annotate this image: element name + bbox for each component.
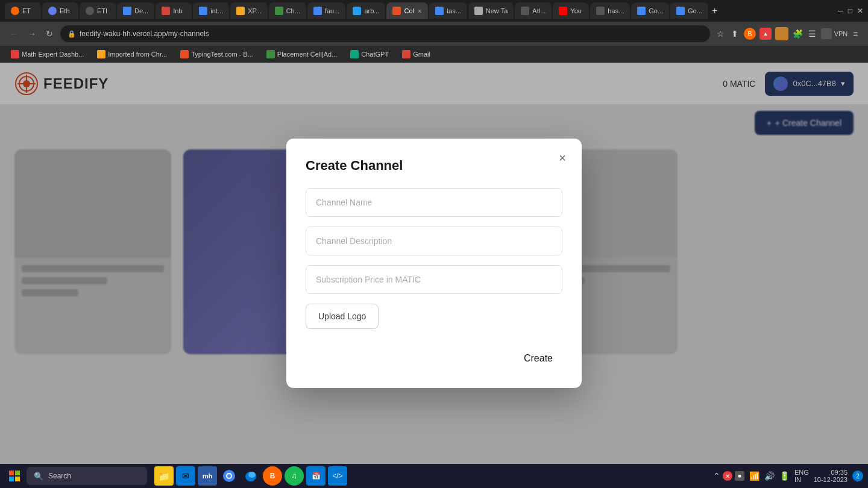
- tab-favicon: [162, 7, 170, 15]
- network-icon[interactable]: 📶: [749, 471, 760, 481]
- taskbar-app-edge[interactable]: [241, 466, 260, 486]
- bookmark-favicon: [266, 50, 275, 58]
- tab-int[interactable]: int...: [193, 2, 229, 19]
- close-window-icon[interactable]: ✕: [857, 7, 863, 15]
- tab-go1[interactable]: Go...: [631, 2, 669, 19]
- tab-has[interactable]: has...: [590, 2, 630, 19]
- clock: 09:35 10-12-2023: [814, 469, 848, 483]
- start-button[interactable]: [5, 466, 24, 486]
- taskbar-app-explorer[interactable]: 📁: [154, 466, 174, 486]
- tab-go2[interactable]: Go...: [670, 2, 708, 19]
- tab-favicon: [48, 7, 57, 15]
- bookmark-math[interactable]: Math Expert Dashb...: [6, 49, 89, 60]
- chevron-up-icon[interactable]: ⌃: [713, 471, 720, 481]
- bookmark-imported[interactable]: Imported from Chr...: [92, 49, 172, 60]
- nav-bar: ← → ↻ 🔒 feedify-waku-hh.vercel.app/my-ch…: [0, 22, 868, 46]
- tab-newtab[interactable]: New Ta: [468, 2, 514, 19]
- minimize-icon[interactable]: ─: [838, 7, 843, 15]
- edge-icon: [244, 469, 257, 483]
- taskbar-right: ⌃ ✕ ■ 📶 🔊 🔋 ENGIN 09:35 10-12-2023 2: [713, 469, 863, 483]
- tab-col[interactable]: Col ✕: [386, 2, 428, 19]
- search-label: Search: [48, 472, 71, 480]
- tab-fau[interactable]: fau...: [307, 2, 345, 19]
- taskbar-search[interactable]: 🔍 Search: [27, 467, 147, 485]
- lock-icon: 🔒: [68, 30, 76, 38]
- modal-footer: Create: [306, 348, 562, 369]
- modal-overlay: Create Channel × Upload Logo Create: [0, 63, 868, 464]
- taskbar-apps: 📁 ✉ mh B ♫: [154, 466, 347, 486]
- tab-favicon: [353, 7, 361, 15]
- address-bar[interactable]: 🔒 feedify-waku-hh.vercel.app/my-channels: [60, 25, 710, 42]
- bookmark-chatgpt[interactable]: ChatGPT: [345, 49, 394, 60]
- subscription-price-input[interactable]: [306, 265, 562, 294]
- new-tab-button[interactable]: +: [712, 5, 717, 16]
- taskbar-app-mail[interactable]: ✉: [176, 466, 195, 486]
- tab-bar: ET Eth ETI De... Inb int... XP... Ch...: [0, 0, 868, 22]
- create-channel-modal: Create Channel × Upload Logo Create: [286, 139, 582, 388]
- svg-rect-8: [15, 477, 20, 481]
- bookmark-favicon: [402, 50, 410, 58]
- bookmark-favicon: [180, 50, 189, 58]
- bookmark-gmail[interactable]: Gmail: [397, 49, 435, 60]
- tab-de[interactable]: De...: [117, 2, 154, 19]
- tab-favicon: [392, 7, 401, 15]
- url-text: feedify-waku-hh.vercel.app/my-channels: [80, 30, 703, 38]
- nav-right-icons: ☆ ⬆ B ▲ 🧩 ☰ VPN ≡: [715, 27, 861, 40]
- tab-favicon: [86, 7, 94, 15]
- time-display: 09:35: [814, 469, 848, 476]
- bookmark-placement[interactable]: Placement Cell|Ad...: [262, 49, 342, 60]
- spotify-icon: ♫: [292, 472, 297, 480]
- bookmarks-bar: Math Expert Dashb... Imported from Chr..…: [0, 46, 868, 63]
- taskbar-app-brave[interactable]: B: [263, 466, 282, 486]
- taskbar: 🔍 Search 📁 ✉ mh: [0, 464, 868, 488]
- taskbar-app-spotify[interactable]: ♫: [285, 466, 304, 486]
- mhvp-icon: mh: [203, 472, 213, 480]
- tab-favicon: [521, 7, 529, 15]
- bookmark-favicon: [350, 50, 359, 58]
- sidebar-icon[interactable]: ☰: [807, 28, 817, 39]
- tab-you[interactable]: You: [553, 2, 589, 19]
- tab-eth1[interactable]: Eth: [42, 2, 78, 19]
- tab-atl[interactable]: Atl...: [515, 2, 552, 19]
- channel-name-input[interactable]: [306, 188, 562, 217]
- window-controls[interactable]: ─ □ ✕: [838, 7, 863, 15]
- notification-badge[interactable]: 2: [852, 471, 863, 481]
- brave-icon: B: [744, 28, 756, 40]
- bookmark-icon[interactable]: ☆: [715, 28, 726, 39]
- brave-taskbar-icon: B: [270, 472, 275, 480]
- tab-eti[interactable]: ETI: [80, 2, 116, 19]
- tab-ch[interactable]: Ch...: [269, 2, 306, 19]
- bookmark-typing[interactable]: TypingTest.com - B...: [175, 49, 258, 60]
- taskbar-app-calendar[interactable]: 📅: [306, 466, 326, 486]
- share-icon[interactable]: ⬆: [729, 28, 740, 39]
- tab-favicon: [474, 7, 483, 15]
- menu-icon[interactable]: ≡: [850, 28, 861, 39]
- extensions-icon[interactable]: 🧩: [792, 28, 803, 39]
- screenshot-icon: [821, 28, 832, 39]
- tab-favicon: [313, 7, 322, 15]
- bookmark-favicon: [97, 50, 105, 58]
- taskbar-app-vscode[interactable]: </>: [328, 466, 347, 486]
- taskbar-app-chrome[interactable]: [219, 466, 239, 486]
- volume-icon[interactable]: 🔊: [764, 471, 775, 481]
- mail-icon: ✉: [182, 471, 189, 481]
- tab-favicon: [559, 7, 567, 15]
- modal-close-button[interactable]: ×: [553, 148, 572, 167]
- maximize-icon[interactable]: □: [848, 7, 852, 15]
- reload-button[interactable]: ↻: [43, 27, 55, 41]
- back-button[interactable]: ←: [7, 27, 20, 41]
- tab-et[interactable]: ET: [5, 2, 41, 19]
- tab-inb[interactable]: Inb: [156, 2, 192, 19]
- forward-button[interactable]: →: [25, 27, 39, 41]
- taskbar-app-mhvp[interactable]: mh: [198, 466, 217, 486]
- svg-point-11: [227, 474, 231, 478]
- vpn-label[interactable]: VPN: [835, 28, 846, 39]
- tab-arb[interactable]: arb...: [347, 2, 385, 19]
- channel-description-input[interactable]: [306, 227, 562, 255]
- battery-icon[interactable]: 🔋: [779, 471, 790, 481]
- tab-close-icon[interactable]: ✕: [417, 8, 422, 14]
- create-submit-button[interactable]: Create: [514, 348, 562, 369]
- tab-xp[interactable]: XP...: [230, 2, 267, 19]
- upload-logo-button[interactable]: Upload Logo: [306, 304, 379, 329]
- tab-tas[interactable]: tas...: [429, 2, 467, 19]
